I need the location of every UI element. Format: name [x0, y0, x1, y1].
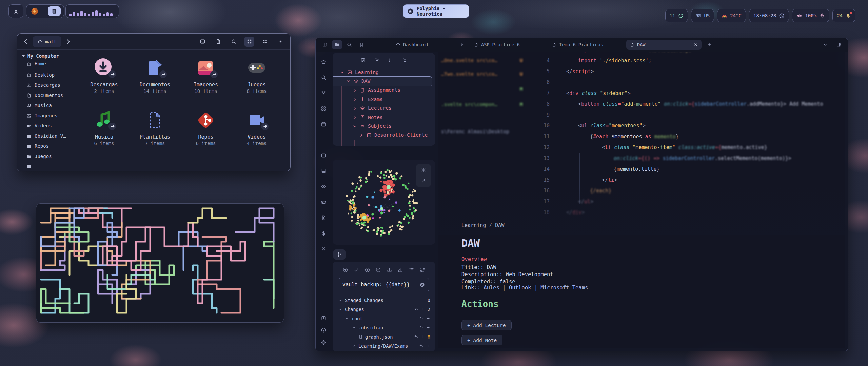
- ribbon-tools-button[interactable]: [318, 243, 329, 254]
- stage-all-button[interactable]: [363, 266, 371, 273]
- tree-item-desarrollo-cliente[interactable]: JSDesarrollo-Cliente: [333, 131, 435, 140]
- tab-tema-6-pr-cticas-[interactable]: Tema 6 Prácticas -…: [548, 40, 624, 50]
- sidebar-item-musica[interactable]: Musica: [22, 100, 75, 110]
- list-view-button[interactable]: [260, 37, 270, 47]
- git-row-learning-daw-exams[interactable]: Learning/DAW/Exams: [333, 341, 435, 350]
- ribbon-dollar-button[interactable]: [318, 228, 329, 239]
- tab-dashboard[interactable]: Dashboard: [392, 40, 468, 50]
- git-row-changes[interactable]: Changes2: [333, 305, 435, 314]
- ribbon-layout-grid-button[interactable]: [318, 103, 329, 114]
- ribbon-settings-button[interactable]: [318, 337, 329, 348]
- toggle-left-sidebar-button[interactable]: [320, 40, 330, 49]
- action-button--add-lecture[interactable]: + Add Lecture: [461, 320, 512, 330]
- sidebar-item-repos[interactable]: Repos: [22, 141, 75, 151]
- ribbon-book-button[interactable]: [318, 165, 329, 176]
- grid-view-button[interactable]: [244, 37, 254, 47]
- file-item-videos[interactable]: Videos4 items: [231, 107, 282, 158]
- tree-item-exams[interactable]: Exams: [333, 95, 435, 104]
- tree-item-lectures[interactable]: Lectures: [333, 104, 435, 113]
- ribbon-help-button[interactable]: [318, 325, 329, 336]
- tree-item-subjects[interactable]: Subjects: [333, 122, 435, 131]
- topbar-module-clock[interactable]: 18:08:28: [749, 9, 789, 22]
- unstage-all-button[interactable]: [375, 266, 382, 273]
- toggle-right-sidebar-button[interactable]: [834, 40, 844, 49]
- new-tab-button[interactable]: [704, 40, 714, 49]
- sidebar-item-obsidian-v-[interactable]: Obsidian V…: [22, 131, 75, 141]
- file-item-plantillas[interactable]: Plantillas7 items: [130, 107, 180, 158]
- tab-list-button[interactable]: [820, 40, 830, 49]
- tree-item-assignments[interactable]: Assignments: [333, 86, 435, 95]
- taskbar-app-document[interactable]: [48, 6, 61, 16]
- git-row-root[interactable]: root: [333, 314, 435, 323]
- file-item-musica[interactable]: Musica6 items: [79, 107, 130, 158]
- graph-settings-button[interactable]: [418, 166, 429, 175]
- file-item-repos[interactable]: Repos6 items: [180, 107, 231, 158]
- ribbon-table-button[interactable]: [318, 150, 329, 161]
- ribbon-file-search-button[interactable]: [318, 212, 329, 223]
- bookmarks-button[interactable]: [356, 40, 367, 49]
- refresh-button[interactable]: [419, 266, 426, 273]
- new-folder-button[interactable]: [373, 56, 381, 64]
- new-note-button[interactable]: [359, 56, 368, 64]
- sidebar-item-imagenes[interactable]: Imagenes: [22, 110, 75, 121]
- now-playing-widget[interactable]: Polyphia - Neurotica: [403, 4, 469, 18]
- commit-and-push-button[interactable]: [341, 266, 349, 273]
- sidebar-item-descargas[interactable]: Descargas: [22, 80, 75, 90]
- git-panel-tab[interactable]: [333, 249, 346, 260]
- sidebar-item-home[interactable]: Home: [22, 59, 75, 70]
- git-row--obsidian[interactable]: .obsidian: [333, 323, 435, 332]
- search-button[interactable]: [229, 37, 239, 47]
- file-item-descargas[interactable]: Descargas2 items: [79, 55, 130, 106]
- new-document-button[interactable]: [213, 37, 223, 47]
- commit-button[interactable]: [353, 266, 360, 273]
- breadcrumb[interactable]: matt: [33, 36, 61, 47]
- action-button--add-note[interactable]: + Add Note: [461, 335, 502, 345]
- topbar-module-weather[interactable]: 24°C: [717, 9, 746, 22]
- topbar-module-notifications[interactable]: 24: [832, 9, 855, 22]
- tab-asp-practice-6[interactable]: ASP Practice 6: [470, 40, 546, 50]
- ribbon-git-fork-button[interactable]: [318, 87, 329, 98]
- graph-filter-button[interactable]: [418, 177, 429, 185]
- link-aules[interactable]: Aules: [484, 285, 499, 291]
- sidebar-root[interactable]: My Computer: [22, 53, 75, 59]
- ribbon-code-percent-button[interactable]: [318, 181, 329, 192]
- link-microsoft-teams[interactable]: Microsoft Teams: [540, 285, 588, 291]
- ribbon-terminal-button[interactable]: [318, 134, 329, 145]
- ribbon-search-button[interactable]: [318, 72, 329, 83]
- sidebar-item-documentos[interactable]: Documentos: [22, 90, 75, 100]
- ribbon-gamepad-button[interactable]: [318, 197, 329, 207]
- files-button[interactable]: [332, 40, 342, 49]
- file-item-imagenes[interactable]: Imagenes10 items: [180, 55, 231, 106]
- menu-button[interactable]: [275, 37, 285, 47]
- sort-order-button[interactable]: [387, 56, 395, 64]
- topbar-module-updates[interactable]: 11: [665, 9, 688, 22]
- tree-item-learning[interactable]: Learning: [333, 68, 435, 77]
- sidebar-item-desktop[interactable]: Desktop: [22, 70, 75, 80]
- git-row-staged-changes[interactable]: Staged Changes0: [333, 296, 435, 305]
- forward-button[interactable]: [64, 38, 72, 46]
- launcher-button[interactable]: [8, 4, 23, 18]
- tree-item-daw[interactable]: DAW: [333, 77, 435, 86]
- ribbon-vault-button[interactable]: [318, 312, 329, 323]
- ribbon-home-button[interactable]: [318, 56, 329, 67]
- sidebar-item-juegos[interactable]: Juegos: [22, 151, 75, 161]
- file-item-juegos[interactable]: Juegos8 items: [231, 55, 282, 106]
- tab-daw[interactable]: DAW: [626, 40, 702, 50]
- sidebar-item-more[interactable]: [22, 161, 75, 171]
- collapse-all-button[interactable]: [400, 56, 409, 64]
- change-layout-button[interactable]: [408, 266, 415, 273]
- search-button[interactable]: [344, 40, 354, 49]
- action-button-clipped[interactable]: [461, 348, 509, 348]
- back-button[interactable]: [22, 38, 30, 46]
- open-terminal-button[interactable]: [197, 37, 208, 47]
- topbar-module-volume[interactable]: 100%: [792, 9, 829, 22]
- commit-message-input[interactable]: [342, 282, 419, 288]
- ribbon-calendar-button[interactable]: [318, 119, 329, 129]
- push-button[interactable]: [386, 266, 393, 273]
- topbar-module-keyboard-layout[interactable]: US: [691, 9, 714, 22]
- pull-button[interactable]: [397, 266, 404, 273]
- taskbar-app-firefox[interactable]: [29, 6, 40, 16]
- tree-item-notes[interactable]: Notes: [333, 113, 435, 122]
- clear-input-icon[interactable]: [419, 282, 425, 288]
- note-breadcrumb[interactable]: Learning / DAW: [461, 222, 504, 228]
